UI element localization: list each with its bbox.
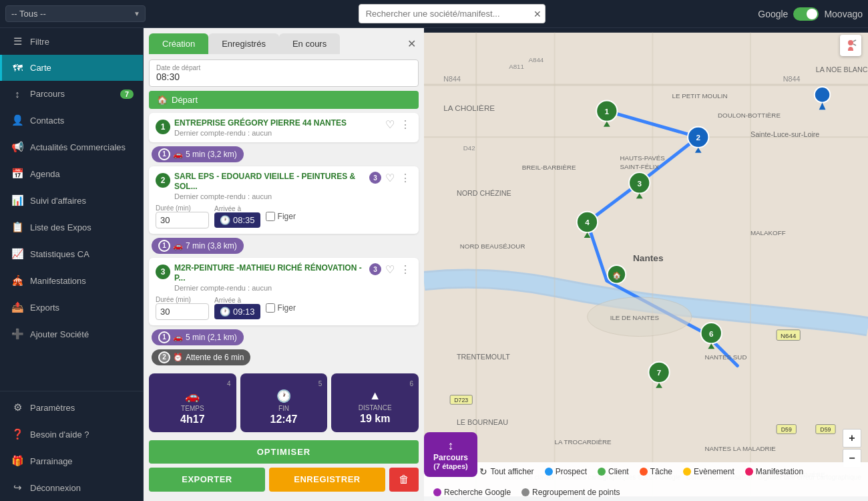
stop-sub-2: Dernier compte-rendu : aucun	[174, 192, 369, 200]
sidebar-item-ajouter[interactable]: ➕ Ajouter Société	[0, 321, 143, 347]
clock-icon-4: ⏰	[173, 353, 183, 362]
optimiser-button[interactable]: OPTIMISER	[149, 440, 419, 464]
svg-text:7: 7	[657, 368, 662, 377]
svg-text:D723: D723	[454, 397, 468, 403]
sidebar-item-label-exports: Exports	[30, 303, 134, 313]
legend-regroupement: Regroupement de points	[521, 488, 620, 497]
figer-wrap-3: Figer	[266, 303, 296, 313]
arrivee-input-2[interactable]: 🕐 08:35	[214, 212, 260, 228]
evenement-dot	[683, 468, 691, 476]
parcours-float[interactable]: ↕ Parcours (7 étapes)	[424, 432, 477, 477]
arrivee-val-2: 08:35	[233, 215, 255, 225]
summary-dist: 6 ▲ DISTANCE 19 km	[331, 373, 419, 432]
stop-sub-1: Dernier compte-rendu : aucun	[174, 129, 384, 137]
stop-info-3: M2R-PEINTURE -MATHIEU RICHÉ RÉNOVATION -…	[174, 263, 369, 292]
stop-info-2: SARL EPS - EDOUARD VIEILLE - PEINTURES &…	[174, 172, 369, 200]
svg-text:DOULON-BOTTIÈRE: DOULON-BOTTIÈRE	[718, 112, 781, 119]
tab-enregistres[interactable]: Enregistrés	[208, 33, 279, 54]
svg-text:1: 1	[605, 107, 610, 116]
sidebar-item-suivi[interactable]: 📊 Suivi d'affaires	[0, 187, 143, 214]
toggle-switch[interactable]	[793, 7, 819, 21]
stop-name-1: ENTREPRISE GRÉGORY PIERRE 44 NANTES	[174, 118, 384, 129]
depart-bar: 🏠 Départ	[149, 91, 419, 109]
duree-input-2[interactable]	[156, 212, 209, 228]
sidebar-item-deconnexion[interactable]: ↪ Déconnexion	[0, 474, 143, 501]
export-icon: 📤	[11, 301, 23, 313]
sidebar-item-aide[interactable]: ❓ Besoin d'aide ?	[0, 421, 143, 448]
stop-favorite-1[interactable]: ♡	[384, 118, 396, 131]
street-view-button[interactable]	[840, 35, 861, 56]
legend-tout-afficher[interactable]: ↻ Tout afficher	[479, 466, 533, 477]
svg-text:Nantes: Nantes	[633, 253, 664, 263]
manifestation-dot	[745, 468, 753, 476]
transit-1: 1 🚗 5 min (3,2 km)	[149, 146, 419, 162]
stop-card-2: 2 SARL EPS - EDOUARD VIEILLE - PEINTURES…	[149, 166, 419, 234]
stop-name-2: SARL EPS - EDOUARD VIEILLE - PEINTURES &…	[174, 172, 369, 192]
figer-check-3[interactable]	[266, 303, 275, 313]
figer-label-3: Figer	[278, 303, 296, 313]
search-input[interactable]	[359, 4, 546, 23]
transit-badge-3: 1 🚗 5 min (2,1 km)	[152, 329, 244, 345]
car-icon-1: 🚗	[173, 150, 183, 159]
tab-close-button[interactable]: ✕	[405, 37, 419, 50]
stop-header-2: 2 SARL EPS - EDOUARD VIEILLE - PEINTURES…	[156, 172, 412, 200]
sidebar-item-parrainage[interactable]: 🎁 Parrainage	[0, 448, 143, 474]
tache-dot	[640, 468, 648, 476]
stop-actions-1: ♡ ⋮	[384, 118, 412, 131]
search-bar: ✕	[151, 4, 752, 23]
event-icon: 🎪	[11, 275, 23, 287]
filter-dropdown[interactable]: -- Tous --	[5, 5, 146, 22]
stop-menu-2[interactable]: ⋮	[399, 172, 412, 184]
stop-num-1: 1	[156, 120, 170, 134]
stop-info-1: ENTREPRISE GRÉGORY PIERRE 44 NANTES Dern…	[174, 118, 384, 137]
stop-menu-3[interactable]: ⋮	[399, 263, 412, 276]
svg-text:4: 4	[585, 218, 590, 226]
sidebar-item-label-liste-expos: Liste des Expos	[30, 222, 134, 232]
sidebar-item-parcours[interactable]: ↕ Parcours 7	[0, 81, 143, 107]
stop-favorite-3[interactable]: ♡	[384, 263, 396, 276]
svg-text:LA TROCARDIÈRE: LA TROCARDIÈRE	[555, 438, 612, 446]
zoom-in-button[interactable]: +	[843, 429, 861, 448]
regroupement-dot	[521, 488, 529, 496]
svg-text:A844: A844	[528, 56, 544, 63]
duree-input-3[interactable]	[156, 303, 209, 320]
sidebar-item-exports[interactable]: 📤 Exports	[0, 294, 143, 321]
sidebar-item-agenda[interactable]: 📅 Agenda	[0, 160, 143, 187]
arrivee-group-2: Arrivée à 🕐 08:35	[214, 205, 260, 228]
delete-button[interactable]: 🗑	[389, 468, 419, 492]
sidebar-item-parametres[interactable]: ⚙ Paramètres	[0, 394, 143, 421]
transit-3: 1 🚗 5 min (2,1 km)	[149, 329, 419, 345]
sidebar-item-actualites[interactable]: 📢 Actualités Commerciales	[0, 134, 143, 160]
svg-text:N844: N844	[783, 75, 801, 83]
map-icon: 🗺	[11, 62, 23, 73]
stop-favorite-2[interactable]: ♡	[384, 172, 396, 184]
enregistrer-button[interactable]: ENREGISTRER	[269, 468, 385, 492]
sidebar-item-contacts[interactable]: 👤 Contacts	[0, 107, 143, 134]
tab-creation[interactable]: Création	[149, 33, 208, 54]
legend-client: Client	[598, 467, 629, 476]
sidebar-item-label-ajouter: Ajouter Société	[30, 329, 134, 339]
sidebar-item-liste-expos[interactable]: 📋 Liste des Expos	[0, 214, 143, 240]
sidebar-item-statistiques[interactable]: 📈 Statistiques CA	[0, 240, 143, 267]
tab-en-cours[interactable]: En cours	[279, 33, 340, 54]
exporter-button[interactable]: EXPORTER	[149, 468, 265, 492]
logout-icon: ↪	[11, 482, 23, 494]
sidebar-item-filtre[interactable]: ☰ Filtre	[0, 28, 143, 55]
legend-prospect: Prospect	[545, 467, 587, 476]
transit-text-3: 5 min (2,1 km)	[186, 333, 237, 342]
stop-menu-1[interactable]: ⋮	[399, 118, 412, 131]
filter-icon: ☰	[11, 35, 23, 47]
svg-text:N644: N644	[781, 332, 797, 339]
arrivee-input-3[interactable]: 🕐 09:13	[214, 304, 260, 319]
arrivee-val-3: 09:13	[233, 307, 255, 317]
route-icon: ↕	[11, 88, 23, 100]
sidebar-item-label-filtre: Filtre	[30, 37, 134, 47]
sidebar-item-carte[interactable]: 🗺 Carte	[0, 55, 143, 81]
search-clear-icon[interactable]: ✕	[533, 9, 541, 19]
svg-text:6: 6	[709, 329, 714, 338]
svg-text:NORD BEAUSÉJOUR: NORD BEAUSÉJOUR	[460, 242, 525, 250]
figer-check-2[interactable]	[266, 212, 275, 221]
sidebar-item-manifestations[interactable]: 🎪 Manifestations	[0, 267, 143, 294]
toggle-track[interactable]	[793, 7, 819, 21]
svg-text:LE BOURNEAU: LE BOURNEAU	[457, 418, 508, 426]
